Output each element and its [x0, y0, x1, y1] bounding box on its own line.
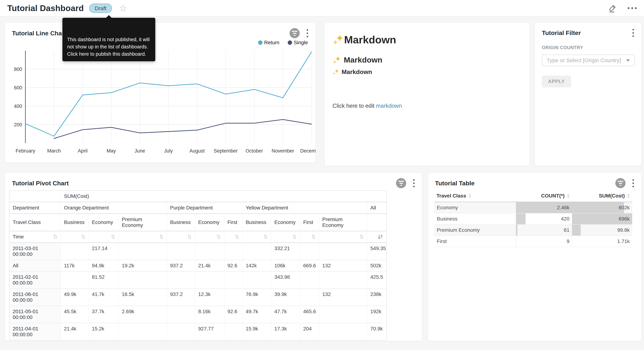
kebab-menu-icon[interactable] — [306, 28, 309, 38]
pivot-sort-cell — [271, 231, 300, 243]
applied-filters-icon[interactable] — [396, 178, 406, 188]
pivot-group-header: Purple Department — [167, 202, 242, 214]
publish-tooltip: This dashboard is not published, it will… — [62, 18, 155, 61]
y-axis-tick-label: 800 — [14, 66, 22, 72]
sort-carets-icon[interactable] — [567, 194, 570, 198]
sort-icon[interactable] — [188, 234, 192, 240]
sum-cost-cell: 696k — [572, 213, 632, 224]
applied-filters-icon[interactable] — [615, 178, 626, 188]
pivot-cell: 106k — [271, 260, 300, 272]
table-column-label: Travel Class — [436, 193, 466, 199]
table-column-label: COUNT(*) — [541, 193, 564, 199]
sort-icon[interactable] — [111, 234, 115, 240]
x-axis-tick-label: October — [246, 148, 263, 154]
pivot-cell: 238k — [367, 289, 386, 306]
x-axis-tick-label: June — [134, 148, 145, 154]
sort-icon[interactable] — [216, 234, 221, 240]
sort-icon[interactable] — [81, 234, 85, 240]
apply-button[interactable]: APPLY — [542, 76, 571, 88]
pivot-cell: 37.7k — [88, 306, 118, 323]
pivot-cell — [118, 243, 167, 260]
sort-icon[interactable] — [292, 234, 296, 240]
markdown-h3-text: Markdown — [342, 68, 372, 76]
origin-country-select[interactable]: Type or Select [Origin Country] — [542, 54, 635, 66]
pivot-cell: 81.52 — [88, 272, 118, 289]
line-chart-card: Tutorial Line Chart ReturnSingle 2004006… — [5, 22, 316, 163]
pivot-cell: 76.9k — [242, 289, 271, 306]
pivot-sort-cell — [167, 231, 195, 243]
kebab-menu-icon[interactable] — [412, 178, 416, 188]
pivot-row: 2011-04-01 00:00:0021.4k15.2k927.7715.9k… — [9, 323, 386, 340]
star-icon[interactable]: ☆ — [119, 4, 127, 12]
pivot-class-header: Business — [60, 214, 88, 231]
x-axis-tick-label: February — [16, 148, 35, 154]
markdown-h2: Markdown — [332, 56, 522, 64]
sort-icon[interactable] — [312, 234, 316, 240]
pivot-cell: 15.2k — [88, 323, 118, 340]
count-cell: 9 — [516, 236, 572, 247]
pivot-cell: 132 — [319, 289, 367, 306]
applied-filters-icon[interactable] — [290, 28, 300, 38]
edit-pencil-icon[interactable] — [608, 4, 617, 12]
pivot-cell — [319, 243, 367, 260]
pivot-cell: 142k — [242, 260, 271, 272]
sum-cost-cell: 602k — [572, 202, 632, 214]
pivot-row-label: 2011-06-01 00:00:00 — [9, 289, 60, 306]
ellipsis-menu-icon[interactable] — [628, 7, 637, 9]
sparkles-icon — [332, 69, 339, 75]
sort-icon[interactable] — [360, 234, 364, 240]
table-column-header[interactable]: Travel Class — [434, 190, 516, 202]
legend-label: Return — [264, 40, 279, 46]
x-axis-tick-label: September — [214, 148, 238, 154]
pivot-cell — [319, 272, 367, 289]
pivot-cell: 12.3k — [195, 289, 224, 306]
table-row: Economy2.46k602k — [434, 202, 632, 214]
pivot-cell — [195, 243, 224, 260]
sort-icon[interactable] — [53, 234, 57, 240]
pivot-cell — [167, 323, 195, 340]
sort-icon[interactable] — [235, 234, 239, 240]
kebab-menu-icon[interactable] — [632, 28, 635, 38]
pivot-class-header: Premium Economy — [118, 214, 167, 231]
markdown-edit-link[interactable]: markdown — [376, 103, 402, 109]
pivot-metric-header: SUM(Cost) — [60, 190, 386, 202]
pivot-group-header: All — [367, 202, 386, 214]
table-card-title: Tutorial Table — [435, 180, 474, 187]
markdown-paragraph: Click here to edit markdown — [332, 103, 522, 109]
pivot-cell — [167, 243, 195, 260]
pivot-cell — [224, 243, 242, 260]
pivot-sort-cell — [195, 231, 224, 243]
kebab-menu-icon[interactable] — [632, 178, 635, 188]
count-cell: 420 — [516, 213, 572, 224]
x-axis-tick-label: March — [47, 148, 61, 154]
draft-status-badge[interactable]: Draft — [89, 4, 112, 13]
sort-icon[interactable] — [159, 234, 164, 240]
pivot-cell: 70.9k — [367, 323, 386, 340]
table-column-header[interactable]: SUM(Cost) — [572, 190, 632, 202]
dashboard-page: { "dashboard": { "title": "Tutorial Dash… — [0, 0, 644, 350]
sort-carets-icon[interactable] — [627, 194, 630, 198]
legend-item-return[interactable]: Return — [258, 40, 279, 46]
pivot-cell — [224, 272, 242, 289]
pivot-chart-card: Tutorial Pivot Chart SUM(Cost)Department… — [5, 172, 422, 341]
pivot-cell — [300, 289, 319, 306]
tooltip-arrow — [106, 15, 112, 18]
pivot-row-label: 2011-05-01 00:00:00 — [9, 306, 60, 323]
pivot-cell: 16.5k — [118, 289, 167, 306]
line-chart-title: Tutorial Line Chart — [12, 30, 66, 37]
pivot-cell: 937.2 — [167, 260, 195, 272]
pivot-cell: 21.4k — [195, 260, 224, 272]
origin-country-label: ORIGIN COUNTRY — [542, 45, 641, 50]
sort-carets-icon[interactable] — [468, 194, 471, 198]
table-column-header[interactable]: COUNT(*) — [516, 190, 572, 202]
pivot-class-header: Economy — [271, 214, 300, 231]
sort-desc-icon[interactable] — [378, 234, 383, 240]
pivot-class-header: First — [224, 214, 242, 231]
sort-icon[interactable] — [264, 234, 268, 240]
travel-class-cell: First — [434, 236, 516, 247]
pivot-cell: 45.5k — [60, 306, 88, 323]
pivot-cell: 47.7k — [271, 306, 300, 323]
legend-item-single[interactable]: Single — [288, 40, 308, 46]
pivot-cell: 465.6 — [300, 306, 319, 323]
pivot-cell: 49.9k — [60, 289, 88, 306]
